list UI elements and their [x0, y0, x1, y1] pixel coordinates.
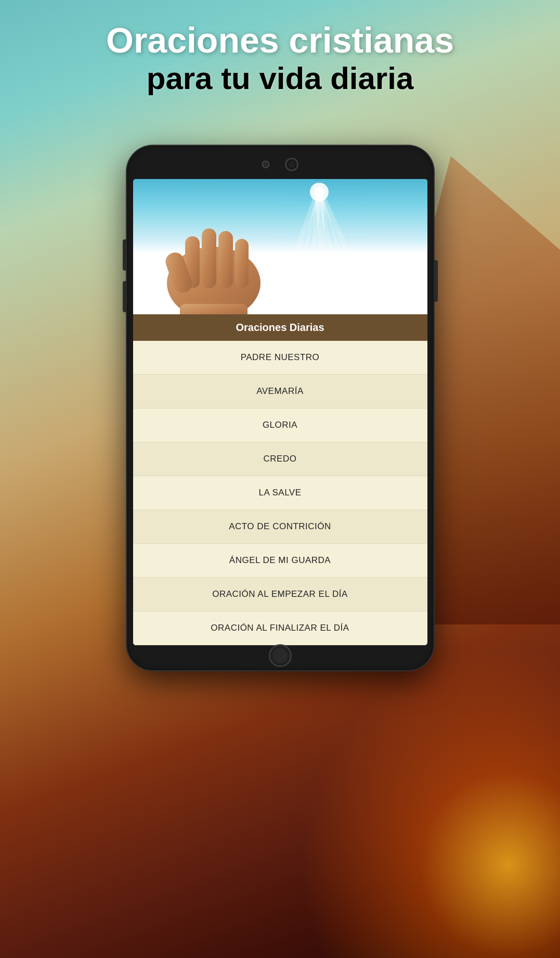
- home-button[interactable]: [269, 644, 292, 667]
- app-header-title: Oraciones Diarias: [236, 322, 324, 333]
- svg-rect-12: [218, 231, 233, 288]
- menu-item-padre-nuestro[interactable]: PADRE NUESTRO: [133, 341, 427, 375]
- speaker-icon: [285, 158, 298, 171]
- svg-point-8: [314, 187, 324, 197]
- menu-item-gloria[interactable]: GLORIA: [133, 408, 427, 442]
- volume-down-button: [123, 281, 127, 312]
- menu-item-oracion-empezar[interactable]: ORACIÓN AL EMPEZAR EL DÍA: [133, 578, 427, 611]
- menu-item-label-credo: CREDO: [264, 454, 297, 464]
- menu-item-label-oracion-finalizar: ORACIÓN AL FINALIZAR EL DÍA: [211, 623, 349, 633]
- front-camera-icon: [262, 161, 269, 168]
- menu-item-credo[interactable]: CREDO: [133, 442, 427, 476]
- hero-image: [133, 179, 427, 314]
- page-title-area: Oraciones cristianas para tu vida diaria: [0, 21, 560, 97]
- menu-item-avemaria[interactable]: AVEMARÍA: [133, 375, 427, 408]
- menu-item-label-acto-contricion: ACTO DE CONTRICIÓN: [229, 521, 331, 531]
- menu-item-label-avemaria: AVEMARÍA: [256, 386, 304, 396]
- phone-frame: Oraciones Diarias PADRE NUESTROAVEMARÍAG…: [127, 146, 434, 670]
- volume-up-button: [123, 239, 127, 271]
- menu-item-label-padre-nuestro: PADRE NUESTRO: [241, 352, 320, 362]
- phone-top-bar: [133, 155, 427, 174]
- menu-item-label-gloria: GLORIA: [263, 420, 297, 430]
- svg-rect-13: [235, 239, 249, 288]
- page-title-line1: Oraciones cristianas: [0, 21, 560, 60]
- menu-list: PADRE NUESTROAVEMARÍAGLORIACREDOLA SALVE…: [133, 341, 427, 645]
- bg-glow: [300, 646, 560, 958]
- menu-item-label-oracion-empezar: ORACIÓN AL EMPEZAR EL DÍA: [212, 589, 348, 599]
- menu-item-label-la-salve: LA SALVE: [258, 488, 301, 497]
- menu-item-acto-contricion[interactable]: ACTO DE CONTRICIÓN: [133, 510, 427, 544]
- phone-container: Oraciones Diarias PADRE NUESTROAVEMARÍAG…: [127, 146, 434, 670]
- svg-rect-11: [202, 228, 216, 288]
- app-header: Oraciones Diarias: [133, 314, 427, 341]
- page-title-line2: para tu vida diaria: [0, 60, 560, 97]
- praying-hand-icon: [144, 205, 284, 314]
- phone-screen: Oraciones Diarias PADRE NUESTROAVEMARÍAG…: [133, 179, 427, 645]
- menu-item-label-angel-guarda: ÁNGEL DE MI GUARDA: [229, 555, 331, 565]
- menu-item-oracion-finalizar[interactable]: ORACIÓN AL FINALIZAR EL DÍA: [133, 611, 427, 645]
- svg-rect-15: [180, 304, 248, 314]
- power-button: [434, 260, 438, 302]
- menu-item-angel-guarda[interactable]: ÁNGEL DE MI GUARDA: [133, 544, 427, 578]
- phone-bottom-bar: [133, 650, 427, 661]
- menu-item-la-salve[interactable]: LA SALVE: [133, 476, 427, 510]
